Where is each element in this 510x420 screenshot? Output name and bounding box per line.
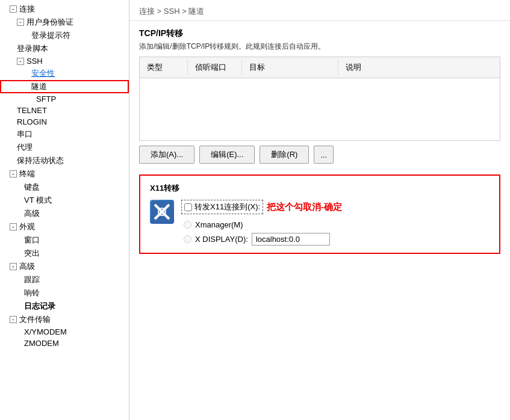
sidebar-item-telnet[interactable]: TELNET — [0, 105, 129, 116]
x11-icon — [150, 200, 174, 224]
forward-checkbox-container: 转发X11连接到(X): — [181, 200, 263, 214]
xmanager-radio[interactable] — [184, 221, 191, 229]
sidebar-item-tunnel[interactable]: 隧道 — [0, 80, 129, 93]
col-description: 说明 — [338, 60, 500, 75]
expand-icon-file-transfer[interactable]: - — [10, 316, 17, 323]
x11-options: 转发X11连接到(X): 把这个勾取消-确定 Xmanager(M) — [181, 200, 490, 246]
sidebar-item-connection[interactable]: - 连接 — [0, 2, 129, 16]
sidebar-item-rlogin[interactable]: RLOGIN — [0, 116, 129, 128]
tcp-description: 添加/编辑/删除TCP/IP转移规则。此规则连接后自动应用。 — [139, 42, 500, 52]
sidebar-item-xymodem[interactable]: X/YMODEM — [0, 326, 129, 338]
content-area: 连接 > SSH > 隧道 TCP/IP转移 添加/编辑/删除TCP/IP转移规… — [129, 0, 510, 420]
x11-section: X11转移 — [139, 174, 500, 254]
sidebar-item-log[interactable]: 日志记录 — [0, 300, 129, 313]
sidebar-item-label: 安全性 — [31, 68, 55, 79]
col-listen-port: 侦听端口 — [188, 60, 242, 75]
sidebar-item-label: 保持活动状态 — [17, 155, 64, 166]
sidebar-item-ssh[interactable]: - SSH — [0, 55, 129, 67]
col-type: 类型 — [140, 60, 188, 75]
add-button[interactable]: 添加(A)... — [139, 146, 194, 164]
expand-icon-advanced[interactable]: - — [10, 263, 17, 270]
sidebar-item-label: 高级 — [19, 261, 35, 272]
sidebar-item-label: 隧道 — [31, 81, 47, 92]
sidebar-item-label: 登录脚本 — [17, 43, 48, 54]
col-target: 目标 — [242, 60, 338, 75]
xdisplay-radio[interactable] — [184, 235, 191, 243]
sidebar-item-vt-mode[interactable]: VT 模式 — [0, 194, 129, 207]
sidebar-item-proxy[interactable]: 代理 — [0, 141, 129, 154]
expand-icon-terminal[interactable]: - — [10, 170, 17, 178]
tcp-table: 类型 侦听端口 目标 说明 — [139, 57, 500, 141]
sidebar-item-label: 跟踪 — [24, 274, 40, 285]
sidebar-item-label: 用户身份验证 — [26, 17, 73, 28]
forward-x11-checkbox[interactable] — [184, 203, 192, 211]
sidebar-item-label: SSH — [26, 57, 43, 66]
sidebar-item-login-prompt[interactable]: 登录提示符 — [0, 29, 129, 42]
sidebar-item-label: 串口 — [17, 129, 33, 140]
sidebar-item-user-auth[interactable]: - 用户身份验证 — [0, 16, 129, 29]
sidebar-item-label: 日志记录 — [24, 301, 55, 312]
sidebar-item-label: 连接 — [19, 4, 35, 14]
more-button[interactable]: ... — [314, 146, 334, 164]
sidebar-item-advanced[interactable]: - 高级 — [0, 260, 129, 273]
content-body: TCP/IP转移 添加/编辑/删除TCP/IP转移规则。此规则连接后自动应用。 … — [129, 21, 510, 420]
xmanager-row: Xmanager(M) — [181, 220, 490, 229]
breadcrumb: 连接 > SSH > 隧道 — [129, 0, 510, 21]
sidebar-item-keepalive[interactable]: 保持活动状态 — [0, 154, 129, 167]
sidebar-item-zmodem[interactable]: ZMODEM — [0, 338, 129, 349]
sidebar-item-label: 登录提示符 — [31, 30, 70, 41]
expand-icon-ssh[interactable]: - — [17, 58, 24, 65]
sidebar-item-appearance[interactable]: - 外观 — [0, 220, 129, 233]
x11-content: 转发X11连接到(X): 把这个勾取消-确定 Xmanager(M) — [150, 200, 490, 246]
edit-button[interactable]: 编辑(E)... — [199, 146, 255, 164]
expand-icon-user-auth[interactable]: - — [17, 19, 24, 26]
tcp-title: TCP/IP转移 — [139, 28, 500, 39]
sidebar-item-label: 终端 — [19, 168, 35, 179]
sidebar-item-label: X/YMODEM — [24, 327, 67, 336]
sidebar-item-serial[interactable]: 串口 — [0, 128, 129, 141]
sidebar-item-label: 高级 — [24, 208, 40, 219]
tcp-section: TCP/IP转移 添加/编辑/删除TCP/IP转移规则。此规则连接后自动应用。 … — [139, 28, 500, 164]
buttons-row: 添加(A)... 编辑(E)... 删除(R) ... — [139, 141, 500, 164]
xdisplay-row: X DISPLAY(D): — [181, 233, 490, 246]
sidebar-item-highlight[interactable]: 突出 — [0, 247, 129, 260]
expand-icon-appearance[interactable]: - — [10, 223, 17, 230]
sidebar-item-label: 窗口 — [24, 235, 40, 246]
x11-icon-svg — [151, 201, 173, 223]
xmanager-label: Xmanager(M) — [195, 220, 243, 229]
sidebar-item-label: TELNET — [17, 106, 47, 115]
sidebar-item-security[interactable]: 安全性 — [0, 67, 129, 80]
x11-annotation: 把这个勾取消-确定 — [267, 202, 342, 213]
sidebar-item-label: 键盘 — [24, 182, 40, 193]
delete-button[interactable]: 删除(R) — [260, 146, 309, 164]
sidebar-item-label: RLOGIN — [17, 117, 47, 126]
sidebar: - 连接 - 用户身份验证 登录提示符 登录脚本 - SSH 安全性 隧道 — [0, 0, 129, 420]
x11-forward-row: 转发X11连接到(X): 把这个勾取消-确定 — [181, 200, 490, 214]
expand-icon-connection[interactable]: - — [10, 5, 17, 13]
sidebar-item-login-script[interactable]: 登录脚本 — [0, 42, 129, 55]
sidebar-item-label: 外观 — [19, 221, 35, 232]
x11-title: X11转移 — [150, 183, 490, 194]
sidebar-item-label: 代理 — [17, 142, 33, 153]
sidebar-item-label: 响铃 — [24, 288, 40, 298]
breadcrumb-text: 连接 > SSH > 隧道 — [139, 7, 204, 16]
table-body — [140, 78, 500, 138]
sidebar-item-bell[interactable]: 响铃 — [0, 286, 129, 300]
sidebar-item-sftp[interactable]: SFTP — [0, 93, 129, 105]
xdisplay-label: X DISPLAY(D): — [195, 235, 248, 244]
forward-x11-label: 转发X11连接到(X): — [194, 202, 260, 212]
sidebar-item-label: 突出 — [24, 248, 40, 259]
sidebar-item-label: VT 模式 — [24, 195, 52, 206]
sidebar-item-window[interactable]: 窗口 — [0, 233, 129, 247]
table-header: 类型 侦听端口 目标 说明 — [140, 57, 500, 78]
sidebar-item-label: SFTP — [36, 94, 56, 103]
sidebar-item-file-transfer[interactable]: - 文件传输 — [0, 313, 129, 326]
xdisplay-input[interactable] — [252, 233, 330, 246]
sidebar-item-advanced-terminal[interactable]: 高级 — [0, 207, 129, 220]
sidebar-item-label: ZMODEM — [24, 339, 59, 348]
sidebar-item-trace[interactable]: 跟踪 — [0, 273, 129, 286]
sidebar-item-label: 文件传输 — [19, 314, 51, 325]
sidebar-item-terminal[interactable]: - 终端 — [0, 167, 129, 181]
sidebar-item-keyboard[interactable]: 键盘 — [0, 181, 129, 194]
